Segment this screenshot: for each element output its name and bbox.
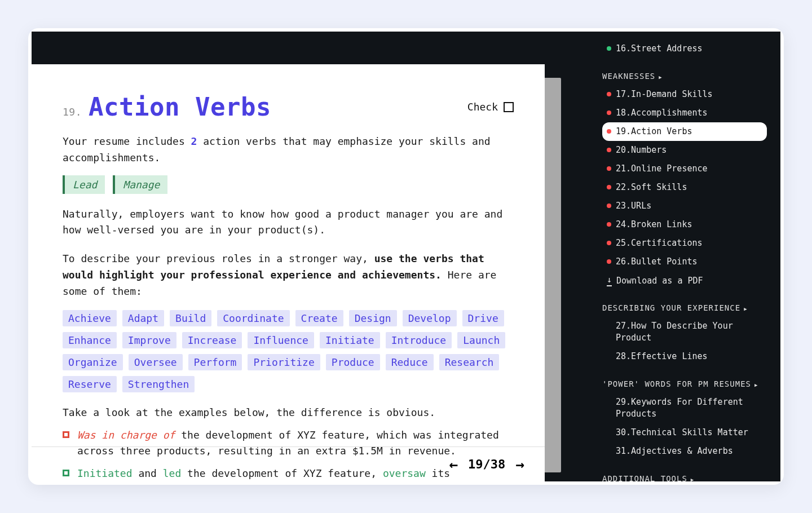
sidebar-item[interactable]: 30.Technical Skills Matter	[602, 423, 767, 442]
sidebar-item-label: 28.Effective Lines	[616, 351, 708, 362]
section-label: 'POWER' WORDS FOR PM RESUMES	[602, 379, 751, 388]
sidebar-item[interactable]: 28.Effective Lines	[602, 347, 767, 366]
sidebar-item-label: 17.In-Demand Skills	[616, 89, 713, 100]
sidebar: 16.Street Address WEAKNESSES 17.In-Deman…	[594, 32, 780, 481]
sidebar-item[interactable]: 20.Numbers	[602, 141, 767, 160]
verb-chip: Launch	[457, 332, 505, 348]
verb-chip: Research	[439, 354, 500, 370]
sidebar-list-describing: 27.How To Describe Your Product28.Effect…	[602, 317, 767, 366]
sidebar-item-label: 16.Street Address	[616, 43, 703, 55]
sidebar-item[interactable]: 22.Soft Skills	[602, 178, 767, 197]
sidebar-item-label: 29.Keywords For Different Products	[616, 396, 762, 420]
sidebar-item-label: 24.Broken Links	[616, 219, 692, 231]
sidebar-item[interactable]: 17.In-Demand Skills	[602, 85, 767, 104]
sidebar-item-label: 20.Numbers	[616, 144, 667, 156]
section-label: ADDITIONAL TOOLS	[602, 474, 687, 481]
status-dot-icon	[607, 241, 611, 245]
page-header: 19. Action Verbs Check	[63, 92, 514, 121]
chevron-right-icon	[744, 303, 747, 312]
pager-label: 19/38	[468, 457, 505, 471]
top-bar	[32, 32, 594, 64]
verb-chip: Produce	[326, 354, 380, 370]
bad-lead-phrase: Was in charge of	[77, 429, 175, 441]
sidebar-item-label: 22.Soft Skills	[616, 182, 687, 193]
sidebar-item-label: 23.URLs	[616, 200, 651, 212]
verb-chip: Oversee	[129, 354, 183, 370]
app-frame: 19. Action Verbs Check Your resume inclu…	[32, 32, 780, 481]
status-dot-icon	[607, 46, 611, 51]
sidebar-item[interactable]: 21.Online Presence	[602, 160, 767, 178]
sidebar-item-label: 27.How To Describe Your Product	[616, 320, 762, 344]
sidebar-item[interactable]: 24.Broken Links	[602, 215, 767, 234]
download-pdf-link[interactable]: ↓ Download as a PDF	[602, 271, 767, 290]
verb-chip: Initiate	[320, 332, 380, 348]
sidebar-item[interactable]: 25.Certifications	[602, 234, 767, 253]
intro-pre: Your resume includes	[63, 135, 191, 147]
sidebar-section-power[interactable]: 'POWER' WORDS FOR PM RESUMES	[602, 379, 767, 388]
verb-chip: Introduce	[386, 332, 452, 348]
verb-chip: Organize	[63, 354, 123, 370]
verb-chip: Prioritize	[248, 354, 320, 370]
bad-marker-icon	[63, 431, 69, 438]
verb-chip: Create	[295, 310, 343, 326]
sidebar-item[interactable]: 19.Action Verbs	[602, 122, 767, 141]
sidebar-item-label: 21.Online Presence	[616, 163, 708, 175]
sidebar-item[interactable]: 18.Accomplishments	[602, 104, 767, 122]
found-verb-chip: Lead	[63, 175, 105, 194]
sidebar-item-label: 18.Accomplishments	[616, 107, 708, 119]
sidebar-section-weaknesses[interactable]: WEAKNESSES	[602, 72, 767, 81]
status-dot-icon	[607, 222, 611, 227]
sidebar-item-label: 31.Adjectives & Adverbs	[616, 445, 733, 457]
sidebar-item[interactable]: 26.Bullet Points	[602, 253, 767, 271]
page-title: Action Verbs	[89, 92, 271, 121]
sidebar-item[interactable]: 27.How To Describe Your Product	[602, 317, 767, 347]
check-toggle[interactable]: Check	[467, 101, 514, 113]
sidebar-item-label: 26.Bullet Points	[616, 256, 698, 268]
verb-chip: Improve	[122, 332, 176, 348]
verb-chip: Influence	[248, 332, 314, 348]
sidebar-item-label: 19.Action Verbs	[616, 126, 692, 138]
sidebar-item-label: 30.Technical Skills Matter	[616, 427, 748, 439]
status-dot-icon	[607, 129, 611, 134]
check-label: Check	[467, 101, 498, 113]
verb-chip: Develop	[403, 310, 457, 326]
paragraph-2: To describe your previous roles in a str…	[63, 251, 514, 299]
chevron-right-icon	[691, 474, 694, 481]
title-wrap: 19. Action Verbs	[63, 92, 271, 121]
verb-chip: Increase	[182, 332, 242, 348]
app-card: 19. Action Verbs Check Your resume inclu…	[28, 28, 784, 485]
chevron-right-icon	[659, 72, 662, 81]
next-arrow-icon[interactable]: →	[515, 456, 524, 473]
prev-arrow-icon[interactable]: ←	[449, 456, 458, 473]
status-dot-icon	[607, 148, 611, 152]
found-verbs: LeadManage	[63, 175, 514, 194]
verb-chip: Coordinate	[217, 310, 289, 326]
sidebar-item-label: 25.Certifications	[616, 237, 703, 249]
status-dot-icon	[607, 166, 611, 171]
sidebar-section-tools[interactable]: ADDITIONAL TOOLS	[602, 474, 767, 481]
checkbox-icon	[504, 102, 514, 112]
status-dot-icon	[607, 185, 611, 189]
verb-chip: Achieve	[63, 310, 117, 326]
examples-intro: Take a look at the examples below, the d…	[63, 405, 514, 421]
sidebar-item[interactable]: 23.URLs	[602, 197, 767, 215]
sidebar-item[interactable]: 31.Adjectives & Adverbs	[602, 442, 767, 461]
sidebar-section-describing[interactable]: DESCRIBING YOUR EXPERIENCE	[602, 303, 767, 312]
sidebar-item-street-address[interactable]: 16.Street Address	[602, 39, 767, 58]
verb-cloud: AchieveAdaptBuildCoordinateCreateDesignD…	[63, 310, 514, 392]
verb-chip: Strengthen	[122, 376, 195, 392]
sidebar-item[interactable]: 29.Keywords For Different Products	[602, 393, 767, 423]
sidebar-list-weaknesses: 17.In-Demand Skills18.Accomplishments19.…	[602, 85, 767, 271]
download-label: Download as a PDF	[616, 276, 703, 286]
status-dot-icon	[607, 92, 611, 96]
verb-chip: Adapt	[122, 310, 164, 326]
page-number: 19.	[63, 106, 82, 118]
status-dot-icon	[607, 259, 611, 264]
pager: ← 19/38 →	[32, 446, 545, 481]
para2-pre: To describe your previous roles in a str…	[63, 253, 374, 264]
sidebar-list-power: 29.Keywords For Different Products30.Tec…	[602, 393, 767, 461]
content-page: 19. Action Verbs Check Your resume inclu…	[32, 64, 545, 481]
found-verb-chip: Manage	[113, 175, 167, 194]
section-label: DESCRIBING YOUR EXPERIENCE	[602, 303, 740, 312]
verb-chip: Enhance	[63, 332, 117, 348]
